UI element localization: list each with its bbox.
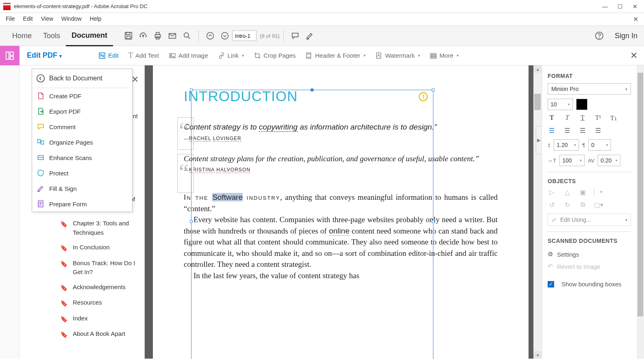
svg-rect-24: [431, 57, 436, 58]
page-number-input[interactable]: [232, 30, 257, 41]
page-up-icon[interactable]: [204, 30, 216, 42]
close-edit-tool-button[interactable]: ✕: [630, 50, 637, 61]
flip-v-icon[interactable]: △: [563, 188, 571, 196]
font-dropdown[interactable]: Minion Pro▾: [548, 83, 631, 95]
line-spacing-input[interactable]: 1.20▾: [554, 139, 579, 151]
mail-icon[interactable]: [166, 30, 178, 42]
char-spacing-input[interactable]: 0.20▾: [598, 155, 620, 166]
print-icon[interactable]: [152, 30, 164, 42]
font-size-input[interactable]: 10▾: [548, 99, 573, 110]
align-row: ☰ ☰ ☰ ☰: [548, 127, 631, 134]
flip-h-icon[interactable]: ▷: [548, 188, 556, 196]
tab-tools[interactable]: Tools: [37, 26, 66, 45]
para-spacing-input[interactable]: 0▾: [588, 139, 611, 151]
outline-item[interactable]: 🔖In Conclusion: [60, 240, 140, 256]
svg-point-17: [170, 54, 172, 56]
align-left-icon[interactable]: ☰: [548, 127, 556, 134]
menu-edit[interactable]: Edit: [23, 15, 33, 23]
save-icon[interactable]: [122, 30, 135, 42]
outline-item[interactable]: 🔖Bonus Track: How Do I Get In?: [60, 256, 140, 280]
popup-prepare-form[interactable]: Prepare Form: [32, 196, 132, 212]
menu-file[interactable]: File: [6, 15, 15, 23]
char-spacing-icon: AV: [588, 158, 594, 164]
main-toolbar: Home Tools Document (8 of 91) Sign In: [0, 26, 644, 46]
show-bounding-checkbox[interactable]: ✓Show bounding boxes: [548, 278, 631, 290]
add-image-tool[interactable]: Add Image: [164, 52, 213, 59]
popup-enhance-scans[interactable]: Enhance Scans: [32, 150, 132, 165]
right-panel-scrollbar[interactable]: [637, 65, 644, 359]
popup-export-pdf[interactable]: Export PDF: [32, 104, 132, 119]
popup-protect[interactable]: Protect: [32, 165, 132, 181]
maximize-button[interactable]: ☐: [618, 3, 623, 10]
align-right-icon[interactable]: ☰: [579, 127, 587, 134]
add-text-tool[interactable]: TAdd Text: [124, 51, 164, 60]
link-tool[interactable]: Link▾: [213, 52, 249, 59]
sign-pen-icon[interactable]: [304, 30, 316, 42]
page[interactable]: INTRODUCTION ! “ Content strategy is to …: [153, 65, 529, 359]
help-icon[interactable]: [593, 30, 605, 42]
popup-organize-pages[interactable]: Organize Pages: [32, 134, 132, 150]
outline-item[interactable]: 🔖Chapter 3: Tools and Techniques: [60, 216, 140, 240]
close-button[interactable]: ✕: [633, 3, 637, 10]
menu-help[interactable]: Help: [90, 15, 102, 23]
rotate-ccw-icon[interactable]: ↺: [548, 201, 556, 209]
back-to-document-button[interactable]: Back to Document: [32, 69, 132, 88]
format-heading: FORMAT: [548, 73, 631, 79]
document-viewport[interactable]: INTRODUCTION ! “ Content strategy is to …: [145, 65, 542, 359]
quote-mark-icon: “: [179, 118, 189, 143]
collapse-right-panel-tab[interactable]: ▶: [536, 126, 542, 154]
rotate-cw-icon[interactable]: ↻: [563, 201, 571, 209]
outline-item[interactable]: 🔖Index: [60, 311, 140, 327]
outline-item[interactable]: 🔖Acknowledgements: [60, 280, 140, 296]
popup-fill-sign[interactable]: Fill & Sign: [32, 181, 132, 196]
cloud-upload-icon[interactable]: [137, 30, 149, 42]
tab-home[interactable]: Home: [7, 26, 37, 45]
menu-view[interactable]: View: [41, 15, 53, 23]
text-selection-frame[interactable]: [191, 90, 433, 359]
close-document-button[interactable]: ✕: [633, 15, 638, 23]
underline-icon[interactable]: T: [579, 114, 587, 122]
popup-create-pdf[interactable]: Create PDF: [32, 88, 132, 104]
edit-pdf-title[interactable]: Edit PDF ▾: [20, 51, 69, 60]
superscript-icon[interactable]: T¹: [594, 114, 602, 122]
crop-object-icon[interactable]: ▣: [579, 188, 587, 196]
gear-icon: ⚙: [548, 251, 553, 258]
svg-rect-1: [126, 32, 130, 35]
sign-in-button[interactable]: Sign In: [615, 32, 637, 40]
minimize-button[interactable]: —: [602, 3, 608, 10]
font-color-picker[interactable]: [576, 99, 587, 110]
align-center-icon[interactable]: ☰: [563, 127, 571, 134]
svg-rect-12: [6, 52, 9, 59]
app-logo: [3, 3, 11, 10]
crop-pages-tool[interactable]: Crop Pages: [249, 52, 300, 59]
scanned-settings-button[interactable]: ⚙Settings: [548, 248, 631, 260]
page-down-icon[interactable]: [219, 30, 231, 42]
vertical-scrollbar[interactable]: ▴ ▾: [533, 65, 542, 359]
popup-comment[interactable]: Comment: [32, 119, 132, 134]
more-tool[interactable]: More▾: [425, 52, 463, 59]
arrange-icon[interactable]: ▢▾: [594, 201, 602, 209]
bold-icon[interactable]: T: [548, 114, 556, 122]
watermark-tool[interactable]: Watermark▾: [370, 52, 425, 59]
edit-using-dropdown[interactable]: Edit Using... ▾: [548, 214, 631, 226]
hscale-input[interactable]: 100▾: [559, 155, 585, 166]
svg-rect-2: [126, 36, 130, 39]
svg-rect-22: [431, 53, 436, 54]
italic-icon[interactable]: T: [563, 114, 571, 122]
header-footer-tool[interactable]: Header & Footer▾: [300, 52, 370, 59]
edit-tool[interactable]: Edit: [94, 52, 124, 59]
tab-document[interactable]: Document: [66, 26, 113, 46]
search-icon[interactable]: [181, 30, 193, 42]
svg-rect-13: [10, 52, 13, 55]
outline-item[interactable]: 🔖Resources: [60, 295, 140, 311]
comment-bubble-icon[interactable]: [289, 30, 301, 42]
edit-pdf-mode-icon[interactable]: [0, 46, 20, 65]
subscript-icon[interactable]: T₁: [609, 114, 618, 122]
outline-item[interactable]: 🔖About A Book Apart: [60, 327, 140, 342]
align-justify-icon[interactable]: ☰: [594, 127, 602, 134]
revert-to-image-button[interactable]: ↶Revert to Image: [548, 260, 631, 272]
replace-image-icon[interactable]: ⧉: [579, 201, 587, 209]
menu-window[interactable]: Window: [61, 15, 82, 23]
align-objects-icon[interactable]: ⎸▾: [594, 188, 602, 196]
text-style-row: T T T T¹ T₁: [548, 114, 631, 122]
